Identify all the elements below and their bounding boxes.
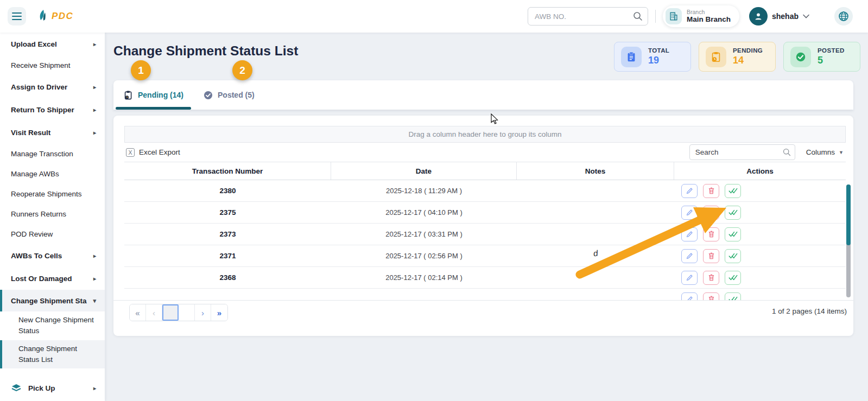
branch-selector[interactable]: Branch Main Branch xyxy=(663,5,739,27)
trash-icon xyxy=(707,252,715,260)
branch-label: Branch xyxy=(687,9,731,15)
user-name: shehab xyxy=(772,12,799,21)
edit-button[interactable] xyxy=(681,249,698,263)
tab-posted[interactable]: Posted (5) xyxy=(193,80,264,110)
table-row: 2368 2025-12-17 ( 02:14 PM ) xyxy=(124,267,846,289)
search-icon[interactable] xyxy=(782,148,791,157)
column-header-date[interactable]: Date xyxy=(331,162,517,180)
stat-label: PENDING xyxy=(733,47,763,54)
transaction-number-cell: 2371 xyxy=(124,245,331,266)
sidebar-item[interactable]: Assign to Driver ▸ ▾ xyxy=(0,75,105,98)
edit-button[interactable] xyxy=(681,292,698,301)
stat-value: 19 xyxy=(648,54,669,67)
sidebar-item-label: Runners Returns xyxy=(11,210,66,218)
notes-cell xyxy=(517,267,674,288)
language-button[interactable] xyxy=(834,7,853,26)
group-panel[interactable]: Drag a column header here to group its c… xyxy=(124,126,846,143)
sidebar-item[interactable]: Runners Returns ▸ ▾ xyxy=(0,204,105,224)
post-button[interactable] xyxy=(725,271,741,285)
caret-right-icon: ▸ xyxy=(93,41,96,47)
edit-button[interactable] xyxy=(681,206,698,220)
grid-search-input[interactable] xyxy=(689,144,795,160)
awb-search-input[interactable] xyxy=(528,7,648,26)
table-row: 2373 2025-12-17 ( 03:31 PM ) xyxy=(124,224,846,245)
sidebar-item-label: Manage AWBs xyxy=(11,170,59,178)
sidebar-item[interactable]: Reoperate Shipments ▸ ▾ xyxy=(0,184,105,204)
post-button[interactable] xyxy=(725,249,741,263)
column-header-actions[interactable]: Actions xyxy=(674,162,846,180)
sidebar-subitem-label: New Change Shipment Status xyxy=(18,315,97,337)
excel-export-button[interactable]: X Excel Export xyxy=(124,148,180,157)
sidebar-item[interactable]: Manage AWBs ▸ ▾ xyxy=(0,164,105,184)
transaction-number-cell: 2375 xyxy=(124,202,331,223)
avatar xyxy=(749,7,768,26)
column-header-notes[interactable]: Notes xyxy=(517,162,674,180)
first-page-button[interactable]: « xyxy=(130,304,146,321)
pagination: « ‹ › » xyxy=(129,304,228,321)
stat-value: 5 xyxy=(818,54,845,67)
last-page-button[interactable]: » xyxy=(211,304,227,321)
sidebar-item[interactable]: Change Shipment Sta ▸ ▾ xyxy=(0,290,105,311)
post-button[interactable] xyxy=(725,184,741,198)
annotation-badge-1: 1 xyxy=(131,60,151,80)
stat-card-pending: PENDING 14 xyxy=(699,42,776,72)
sidebar-item[interactable]: Manage Transction ▸ ▾ xyxy=(0,144,105,164)
edit-button[interactable] xyxy=(681,271,698,285)
notes-cell xyxy=(517,202,674,223)
delete-button[interactable] xyxy=(703,184,719,198)
actions-cell xyxy=(674,180,846,201)
footer-divider xyxy=(113,300,853,301)
trash-icon xyxy=(707,295,715,300)
date-cell: 2025-12-17 ( 02:56 PM ) xyxy=(331,245,517,266)
main-content: Change Shipment Status List TOTAL 19 xyxy=(105,33,868,401)
previous-page-button[interactable]: ‹ xyxy=(146,304,162,321)
edit-button[interactable] xyxy=(681,227,698,241)
post-button[interactable] xyxy=(725,206,741,220)
scrollbar-thumb[interactable] xyxy=(846,184,851,245)
sidebar-subitem[interactable]: Change Shipment Status List xyxy=(0,340,105,369)
sidebar-item-label: AWBs To Cells xyxy=(11,252,62,260)
actions-cell xyxy=(674,224,846,245)
awb-search xyxy=(528,7,648,26)
sidebar-item[interactable]: Receive Shipment ▸ ▾ xyxy=(0,55,105,75)
table-scrollbar[interactable] xyxy=(846,184,851,297)
sidebar-item[interactable]: POD Review ▸ ▾ xyxy=(0,224,105,244)
sidebar-item[interactable]: Visit Result ▸ ▾ xyxy=(0,121,105,144)
delete-button[interactable] xyxy=(703,206,719,220)
sidebar-item-pick-up[interactable]: Pick Up ▸ xyxy=(0,377,105,399)
sidebar-subitem[interactable]: New Change Shipment Status xyxy=(0,311,105,340)
column-header-transaction-number[interactable]: Transaction Number xyxy=(124,162,331,180)
layers-icon xyxy=(11,383,22,393)
user-menu[interactable]: shehab xyxy=(749,7,809,26)
sidebar-item[interactable]: AWBs To Cells ▸ ▾ xyxy=(0,244,105,267)
check-circle-icon xyxy=(795,51,807,63)
post-button[interactable] xyxy=(725,227,741,241)
sidebar-item[interactable]: Return To Shipper ▸ ▾ xyxy=(0,98,105,121)
table-row: 2375 2025-12-17 ( 04:10 PM ) xyxy=(124,202,846,224)
app-logo[interactable]: PDC xyxy=(38,9,73,23)
next-page-button[interactable]: › xyxy=(195,304,211,321)
sidebar-item[interactable]: Lost Or Damaged ▸ ▾ xyxy=(0,267,105,290)
page-number-button[interactable] xyxy=(179,304,195,321)
edit-button[interactable] xyxy=(681,184,698,198)
sidebar-item-label: Receive Shipment xyxy=(11,61,71,69)
tab-pending[interactable]: Pending (14) xyxy=(113,80,193,110)
stat-card-total: TOTAL 19 xyxy=(614,42,691,72)
delete-button[interactable] xyxy=(703,249,719,263)
sidebar-item-label: Reoperate Shipments xyxy=(11,190,82,198)
active-tab-underline xyxy=(116,107,191,110)
notes-cell xyxy=(517,224,674,245)
table-row: 2380 2025-12-18 ( 11:29 AM ) xyxy=(124,180,846,202)
page-number-button[interactable] xyxy=(162,304,179,321)
sidebar-item[interactable]: Upload Excel ▸ ▾ xyxy=(0,33,105,55)
delete-button[interactable] xyxy=(703,292,719,301)
sidebar-item-label: Change Shipment Sta xyxy=(11,297,87,305)
delete-button[interactable] xyxy=(703,271,719,285)
post-button[interactable] xyxy=(725,292,741,301)
search-icon[interactable] xyxy=(632,11,643,22)
pencil-icon xyxy=(686,208,694,217)
notes-cell xyxy=(517,180,674,201)
delete-button[interactable] xyxy=(703,227,719,241)
columns-chooser-button[interactable]: Columns ▼ xyxy=(806,148,844,156)
menu-toggle-button[interactable] xyxy=(8,7,26,26)
